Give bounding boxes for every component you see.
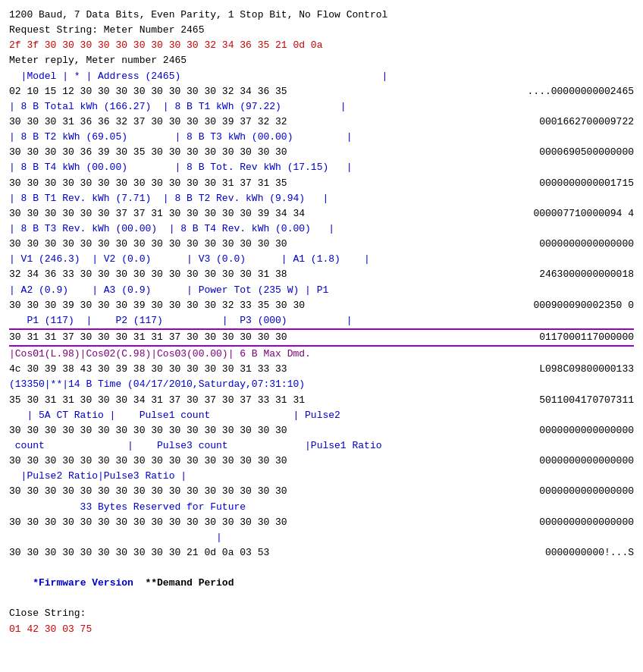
table-row: 30 30 30 30 30 30 30 30 30 30 21 0d 0a 0… [9, 545, 634, 561]
row-left: (13350|**|14 B Time (04/17/2010,Saturday… [9, 377, 634, 392]
table-row: | 8 B T4 kWh (00.00) | 8 B Tot. Rev kWh … [9, 160, 634, 175]
table-row: 35 30 31 31 30 30 30 34 31 37 30 37 30 3… [9, 393, 634, 408]
row-left: | 8 B T1 Rev. kWh (7.71) | 8 B T2 Rev. k… [9, 191, 634, 206]
row-left: 02 10 15 12 30 30 30 30 30 30 30 30 32 3… [9, 84, 482, 99]
row-left: |Model | * | Address (2465) | [9, 69, 634, 84]
row-right: 0000000000000000 [482, 237, 634, 252]
row-left: count | Pulse3 count |Pulse1 Ratio [9, 438, 634, 454]
row-left: 4c 30 39 38 43 30 39 38 30 30 30 30 30 3… [9, 362, 482, 377]
row-left: 32 34 36 33 30 30 30 30 30 30 30 30 30 3… [9, 267, 482, 282]
header-line3: 2f 3f 30 30 30 30 30 30 30 30 30 32 34 3… [9, 38, 634, 53]
table-row: 30 30 30 30 30 30 30 30 30 30 30 30 30 3… [9, 454, 634, 469]
row-left: 30 30 30 30 30 30 30 30 30 30 30 30 31 3… [9, 176, 482, 191]
table-row: 02 10 15 12 30 30 30 30 30 30 30 30 32 3… [9, 84, 634, 99]
row-left: |CosΘ1(L.98)|CosΘ2(C.98)|CosΘ3(00.00)| 6… [9, 347, 634, 362]
table-row: | V1 (246.3) | V2 (0.0) | V3 (0.0) | A1 … [9, 252, 634, 267]
row-right: ....00000000002465 [482, 84, 634, 99]
row-left: 30 30 30 30 30 30 37 37 31 30 30 30 30 3… [9, 206, 482, 221]
row-left: 30 31 31 37 30 30 30 31 31 37 30 30 30 3… [9, 330, 482, 345]
row-right: 0000690500000000 [482, 145, 634, 160]
main-content: 1200 Baud, 7 Data Bits, Even Parity, 1 S… [9, 8, 634, 637]
table-row: 30 30 30 30 36 39 30 35 30 30 30 30 30 3… [9, 145, 634, 160]
row-left: 30 30 30 30 36 39 30 35 30 30 30 30 30 3… [9, 145, 482, 160]
row-left: 30 30 30 30 30 30 30 30 30 30 21 0d 0a 0… [9, 545, 482, 561]
row-left: | [9, 530, 634, 545]
data-rows: |Model | * | Address (2465) |02 10 15 12… [9, 69, 634, 561]
table-row: |CosΘ1(L.98)|CosΘ2(C.98)|CosΘ3(00.00)| 6… [9, 347, 634, 362]
table-row: 30 30 30 30 30 30 37 37 31 30 30 30 30 3… [9, 206, 634, 221]
table-row: | A2 (0.9) | A3 (0.9) | Power Tot (235 W… [9, 283, 634, 298]
table-row: | 8 B T1 Rev. kWh (7.71) | 8 B T2 Rev. k… [9, 191, 634, 206]
table-row: 30 30 30 30 30 30 30 30 30 30 30 30 30 3… [9, 484, 634, 499]
row-left: 30 30 30 30 30 30 30 30 30 30 30 30 30 3… [9, 454, 482, 469]
row-left: |Pulse2 Ratio|Pulse3 Ratio | [9, 469, 634, 484]
row-right: 0000000000000000 [482, 515, 634, 530]
row-left: 33 Bytes Reserved for Future [9, 500, 634, 515]
table-row: |Model | * | Address (2465) | [9, 69, 634, 84]
table-row: | [9, 530, 634, 545]
row-right: 0000000000000000 [482, 454, 634, 469]
table-row: 30 31 31 37 30 30 30 31 31 37 30 30 30 3… [9, 330, 634, 347]
table-row: P1 (117) | P2 (117) | P3 (000) | [9, 313, 634, 330]
table-row: 30 30 30 30 30 30 30 30 30 30 30 30 30 3… [9, 515, 634, 530]
row-left: | A2 (0.9) | A3 (0.9) | Power Tot (235 W… [9, 283, 634, 298]
footer-firmware: *Firmware Version **Demand Period [9, 561, 634, 606]
table-row: count | Pulse3 count |Pulse1 Ratio [9, 438, 634, 454]
row-left: | 8 B Total kWh (166.27) | 8 B T1 kWh (9… [9, 99, 634, 115]
row-right: 0000000000!...S [482, 545, 634, 561]
table-row: 33 Bytes Reserved for Future [9, 500, 634, 515]
table-row: 30 30 30 30 30 30 30 30 30 30 30 30 31 3… [9, 176, 634, 191]
row-left: | 8 B T4 kWh (00.00) | 8 B Tot. Rev kWh … [9, 160, 634, 175]
row-right: 000007710000094 4 [482, 206, 634, 221]
table-row: | 8 B T2 kWh (69.05) | 8 B T3 kWh (00.00… [9, 130, 634, 145]
footer-close-string: 01 42 30 03 75 [9, 622, 634, 637]
row-right: 0000000000000000 [482, 423, 634, 438]
row-right: L098C09800000133 [482, 362, 634, 377]
row-right: 0117000117000000 [482, 330, 634, 345]
header-line2: Request String: Meter Number 2465 [9, 23, 634, 38]
table-row: 30 30 30 31 36 36 32 37 30 30 30 30 39 3… [9, 115, 634, 130]
row-left: 30 30 30 30 30 30 30 30 30 30 30 30 30 3… [9, 237, 482, 252]
row-left: 30 30 30 39 30 30 30 39 30 30 30 30 32 3… [9, 298, 482, 313]
table-row: | 5A CT Ratio | Pulse1 count | Pulse2 [9, 408, 634, 423]
footer-firmware-label: *Firmware Version [33, 577, 133, 589]
row-left: | 8 B T3 Rev. kWh (00.00) | 8 B T4 Rev. … [9, 221, 634, 237]
row-right: 2463000000000018 [482, 267, 634, 282]
header-line1: 1200 Baud, 7 Data Bits, Even Parity, 1 S… [9, 8, 634, 23]
row-left: 35 30 31 31 30 30 30 34 31 37 30 37 30 3… [9, 393, 482, 408]
footer-demand-label: **Demand Period [133, 577, 234, 589]
row-right: 0000000000000000 [482, 484, 634, 499]
footer-close-label: Close String: [9, 606, 634, 621]
row-left: | 8 B T2 kWh (69.05) | 8 B T3 kWh (00.00… [9, 130, 634, 145]
table-row: 4c 30 39 38 43 30 39 38 30 30 30 30 30 3… [9, 362, 634, 377]
row-left: 30 30 30 31 36 36 32 37 30 30 30 30 39 3… [9, 115, 482, 130]
row-right: 000900090002350 0 [482, 298, 634, 313]
table-row: |Pulse2 Ratio|Pulse3 Ratio | [9, 469, 634, 484]
row-left: P1 (117) | P2 (117) | P3 (000) | [9, 313, 634, 328]
row-left: 30 30 30 30 30 30 30 30 30 30 30 30 30 3… [9, 515, 482, 530]
row-left: | V1 (246.3) | V2 (0.0) | V3 (0.0) | A1 … [9, 252, 634, 267]
table-row: 30 30 30 30 30 30 30 30 30 30 30 30 30 3… [9, 237, 634, 252]
row-left: | 5A CT Ratio | Pulse1 count | Pulse2 [9, 408, 634, 423]
row-right: 0001662700009722 [482, 115, 634, 130]
table-row: | 8 B Total kWh (166.27) | 8 B T1 kWh (9… [9, 99, 634, 115]
row-left: 30 30 30 30 30 30 30 30 30 30 30 30 30 3… [9, 423, 482, 438]
row-right: 5011004170707311 [482, 393, 634, 408]
row-left: 30 30 30 30 30 30 30 30 30 30 30 30 30 3… [9, 484, 482, 499]
table-row: 32 34 36 33 30 30 30 30 30 30 30 30 30 3… [9, 267, 634, 282]
table-row: | 8 B T3 Rev. kWh (00.00) | 8 B T4 Rev. … [9, 221, 634, 237]
table-row: 30 30 30 39 30 30 30 39 30 30 30 30 32 3… [9, 298, 634, 313]
table-row: (13350|**|14 B Time (04/17/2010,Saturday… [9, 377, 634, 392]
table-row: 30 30 30 30 30 30 30 30 30 30 30 30 30 3… [9, 423, 634, 438]
row-right: 0000000000001715 [482, 176, 634, 191]
header-line4: Meter reply, Meter number 2465 [9, 53, 634, 68]
